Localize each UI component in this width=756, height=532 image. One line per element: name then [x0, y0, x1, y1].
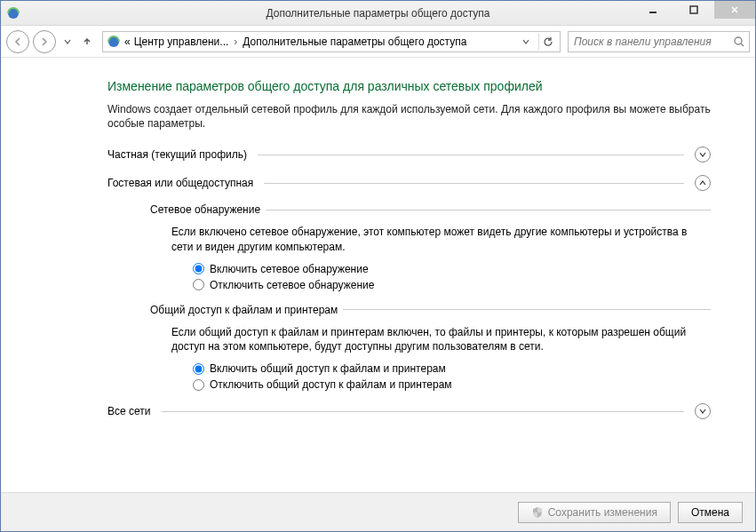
up-button[interactable] — [79, 32, 95, 52]
group-file-printer-sharing: Общий доступ к файлам и принтерам Если о… — [150, 304, 711, 391]
section-label: Частная (текущий профиль) — [107, 148, 247, 161]
radio-sharing-off[interactable]: Отключить общий доступ к файлам и принте… — [193, 378, 711, 391]
recent-dropdown[interactable] — [60, 32, 76, 52]
network-icon — [107, 35, 121, 49]
save-button: Сохранить изменения — [518, 502, 671, 523]
breadcrumb-item[interactable]: Дополнительные параметры общего доступа — [243, 36, 466, 48]
section-label: Гостевая или общедоступная — [107, 177, 253, 189]
group-title: Сетевое обнаружение — [150, 203, 260, 216]
group-description: Если общий доступ к файлам и принтерам в… — [171, 325, 711, 353]
group-network-discovery: Сетевое обнаружение Если включено сетево… — [150, 203, 711, 290]
cancel-button[interactable]: Отмена — [678, 502, 743, 523]
minimize-button[interactable] — [633, 1, 673, 19]
window-buttons — [633, 1, 755, 19]
chevron-up-icon[interactable] — [695, 175, 711, 191]
titlebar: Дополнительные параметры общего доступа — [1, 1, 755, 26]
breadcrumb-separator-icon: › — [232, 36, 239, 48]
breadcrumb-prefix: « — [124, 36, 131, 48]
svg-rect-1 — [649, 12, 657, 13]
maximize-button[interactable] — [673, 1, 714, 19]
radio-discovery-on[interactable]: Включить сетевое обнаружение — [193, 263, 711, 275]
radio-discovery-off[interactable]: Отключить сетевое обнаружение — [193, 279, 711, 291]
group-title: Общий доступ к файлам и принтерам — [150, 304, 338, 316]
group-description: Если включено сетевое обнаружение, этот … — [171, 225, 711, 253]
window: Дополнительные параметры общего доступа — [0, 0, 756, 532]
chevron-down-icon[interactable] — [695, 403, 711, 419]
section-header[interactable]: Гостевая или общедоступная — [107, 175, 711, 191]
svg-rect-2 — [690, 6, 697, 13]
address-dropdown[interactable] — [517, 33, 535, 51]
section-private: Частная (текущий профиль) — [107, 147, 711, 163]
section-guest: Гостевая или общедоступная Сетевое обнар… — [107, 175, 711, 391]
section-label: Все сети — [107, 405, 151, 417]
navigation-bar: « Центр управлени... › Дополнительные па… — [1, 26, 755, 58]
radio-input[interactable] — [193, 363, 204, 375]
page-description: Windows создает отдельный сетевой профил… — [107, 102, 711, 131]
shield-icon — [531, 506, 544, 519]
section-all-networks: Все сети — [107, 403, 711, 419]
radio-input[interactable] — [193, 279, 204, 290]
radio-input[interactable] — [193, 379, 204, 391]
forward-button[interactable] — [33, 30, 56, 53]
breadcrumb-item[interactable]: Центр управлени... — [134, 36, 229, 48]
address-bar[interactable]: « Центр управлени... › Дополнительные па… — [102, 31, 561, 52]
footer: Сохранить изменения Отмена — [1, 492, 755, 531]
close-button[interactable] — [714, 1, 755, 19]
search-box[interactable] — [568, 31, 750, 52]
section-header[interactable]: Частная (текущий профиль) — [107, 147, 711, 163]
svg-point-4 — [735, 37, 742, 44]
radio-sharing-on[interactable]: Включить общий доступ к файлам и принтер… — [193, 362, 711, 375]
page-heading: Изменение параметров общего доступа для … — [107, 79, 711, 93]
content-area: Изменение параметров общего доступа для … — [1, 58, 755, 492]
section-header[interactable]: Все сети — [107, 403, 711, 419]
chevron-down-icon[interactable] — [695, 147, 711, 163]
refresh-button[interactable] — [538, 33, 556, 51]
search-icon — [733, 36, 745, 48]
search-input[interactable] — [572, 35, 733, 49]
radio-input[interactable] — [193, 263, 204, 274]
back-button[interactable] — [6, 30, 29, 53]
app-icon — [6, 6, 20, 20]
